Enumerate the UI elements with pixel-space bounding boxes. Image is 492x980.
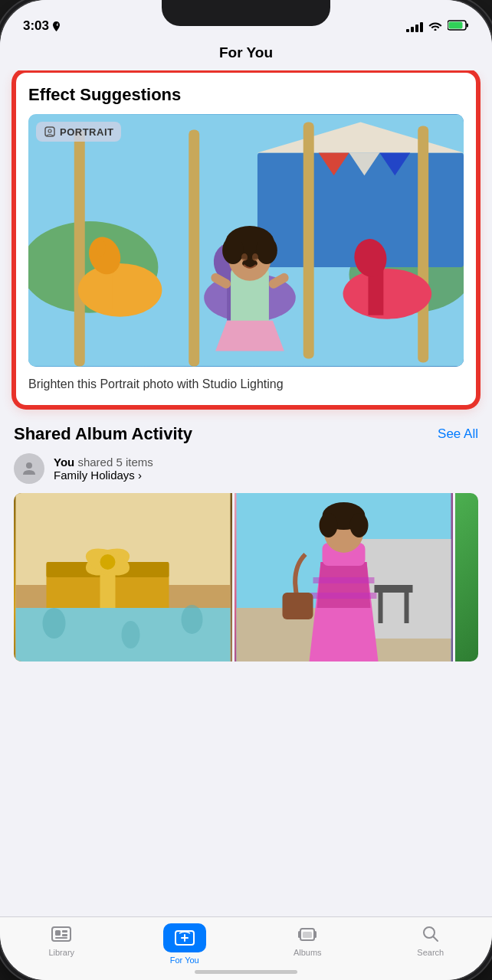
for-you-icon	[175, 929, 195, 947]
phone-frame: 3:03	[0, 0, 492, 980]
tab-for-you-bg	[163, 923, 206, 952]
svg-rect-74	[298, 931, 300, 938]
svg-rect-66	[283, 593, 313, 619]
svg-point-50	[182, 605, 203, 634]
activity-user-row: You shared 5 items Family Holidays ›	[14, 453, 478, 484]
see-all-button[interactable]: See All	[438, 426, 478, 442]
svg-rect-55	[379, 593, 383, 623]
user-avatar	[14, 453, 44, 484]
tab-search[interactable]: Search	[369, 923, 493, 957]
screen: 3:03	[0, 0, 492, 980]
svg-marker-30	[215, 321, 284, 351]
svg-rect-68	[55, 930, 61, 936]
svg-point-64	[320, 513, 338, 537]
svg-point-46	[100, 554, 116, 570]
child-photo	[235, 493, 453, 662]
svg-point-25	[222, 237, 244, 264]
user-name: You	[54, 456, 74, 469]
svg-point-48	[43, 608, 66, 639]
svg-point-29	[252, 253, 258, 261]
activity-text: shared 5 items	[77, 456, 153, 469]
svg-rect-67	[52, 927, 71, 941]
person-icon	[20, 459, 38, 478]
svg-rect-1	[467, 24, 469, 28]
svg-point-38	[26, 462, 32, 469]
tab-search-label: Search	[417, 948, 444, 957]
page-title: For You	[219, 44, 273, 60]
svg-point-49	[122, 621, 140, 648]
shared-album-section: Shared Album Activity See All You shared	[14, 424, 478, 662]
svg-point-65	[350, 513, 369, 537]
svg-rect-76	[303, 932, 312, 938]
svg-rect-2	[449, 22, 463, 29]
tab-for-you[interactable]: For You	[123, 923, 247, 965]
svg-rect-71	[55, 937, 67, 939]
svg-rect-9	[189, 130, 199, 367]
svg-point-12	[78, 263, 162, 317]
tab-library-label: Library	[48, 948, 74, 957]
tab-albums[interactable]: Albums	[246, 923, 369, 957]
portrait-icon	[44, 126, 56, 138]
tab-albums-label: Albums	[294, 948, 322, 957]
battery-icon	[448, 20, 469, 34]
notch	[162, 0, 330, 26]
search-icon	[420, 923, 441, 945]
svg-point-19	[343, 269, 432, 319]
svg-rect-75	[314, 931, 317, 938]
shared-photo-1[interactable]	[14, 493, 232, 662]
svg-rect-56	[405, 593, 409, 623]
album-name-link[interactable]: Family Holidays ›	[54, 469, 142, 482]
nav-title: For You	[0, 38, 492, 70]
svg-rect-59	[313, 577, 375, 583]
main-content: Effect Suggestions	[0, 70, 492, 912]
svg-rect-60	[311, 593, 377, 599]
clock: 3:03	[23, 18, 49, 34]
svg-rect-36	[45, 127, 54, 136]
svg-rect-11	[418, 126, 428, 363]
svg-rect-10	[303, 122, 314, 359]
tab-for-you-label: For You	[170, 956, 199, 965]
location-icon	[52, 21, 61, 31]
svg-rect-69	[62, 930, 67, 933]
svg-point-37	[48, 129, 51, 132]
photo-caption: Brighten this Portrait photo with Studio…	[28, 376, 464, 393]
svg-rect-70	[62, 934, 67, 936]
portrait-badge-label: PORTRAIT	[60, 126, 113, 138]
effect-suggestions-card[interactable]: Effect Suggestions	[14, 70, 478, 407]
gift-photo	[14, 493, 232, 662]
shared-album-header: Shared Album Activity See All	[14, 424, 478, 444]
svg-rect-8	[74, 130, 85, 367]
shared-photo-3-partial	[455, 493, 478, 662]
svg-rect-54	[375, 585, 413, 593]
shared-photos-grid[interactable]	[14, 493, 478, 662]
carousel-image	[28, 114, 464, 367]
portrait-badge: PORTRAIT	[36, 122, 121, 142]
user-activity-info: You shared 5 items Family Holidays ›	[54, 456, 153, 482]
status-icons	[406, 20, 469, 34]
tab-library[interactable]: Library	[0, 923, 123, 957]
effect-suggestions-title: Effect Suggestions	[28, 85, 464, 105]
status-time: 3:03	[23, 18, 61, 34]
svg-point-15	[97, 239, 106, 257]
portrait-photo[interactable]: PORTRAIT	[28, 114, 464, 367]
shared-album-title: Shared Album Activity	[14, 424, 192, 444]
wifi-icon	[428, 20, 442, 34]
albums-icon	[297, 923, 318, 945]
home-indicator	[195, 970, 297, 974]
library-icon	[51, 923, 72, 945]
svg-point-26	[256, 237, 277, 264]
shared-photo-2[interactable]	[235, 493, 453, 662]
svg-point-28	[241, 253, 248, 261]
signal-icon	[406, 22, 423, 32]
svg-marker-58	[317, 562, 371, 608]
